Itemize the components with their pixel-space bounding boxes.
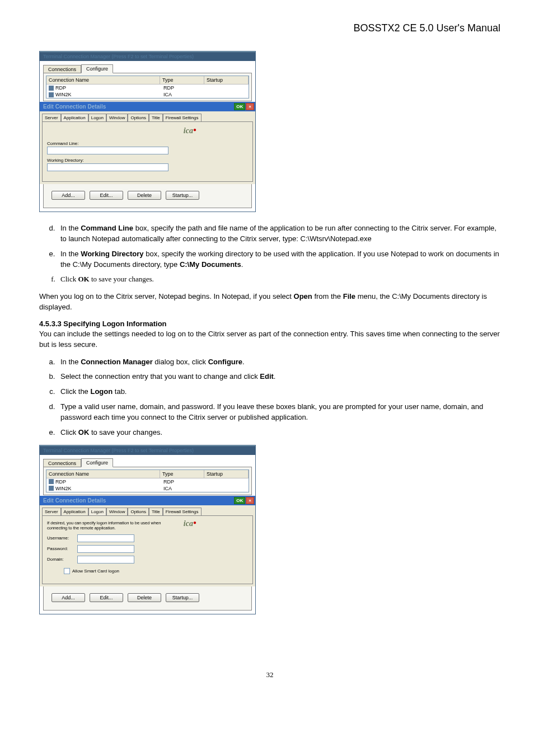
connection-list[interactable]: Connection Name Type Startup RDP RDP WIN… <box>46 469 249 492</box>
paragraph-notepad: When you log on to the Citrix server, No… <box>39 292 500 313</box>
password-input[interactable] <box>77 545 134 553</box>
table-row[interactable]: WIN2K ICA <box>46 91 249 98</box>
command-line-input[interactable] <box>47 147 168 154</box>
col-startup: Startup <box>204 470 249 478</box>
subtab-application[interactable]: Application <box>61 114 88 121</box>
logon-intro: If desired, you can specify logon inform… <box>47 520 167 530</box>
label-password: Password: <box>47 546 74 551</box>
col-name: Connection Name <box>46 470 160 478</box>
row-type: RDP <box>161 478 205 485</box>
add-button[interactable]: Add... <box>51 593 85 602</box>
add-button[interactable]: Add... <box>51 191 85 200</box>
col-type: Type <box>160 470 204 478</box>
subtab-title[interactable]: Title <box>149 114 163 121</box>
dlg-title: Edit Connection Details <box>43 497 106 504</box>
subtab-logon[interactable]: Logon <box>88 114 106 121</box>
screenshot-1: Terminal Connection Manager (Press F2 to… <box>39 51 256 212</box>
step-b2: Select the connection entry that you wan… <box>57 372 500 382</box>
edit-button[interactable]: Edit... <box>90 191 123 200</box>
close-icon[interactable]: × <box>246 497 254 504</box>
subtab-logon[interactable]: Logon <box>88 508 106 515</box>
conn-icon <box>49 479 54 484</box>
subtab-window[interactable]: Window <box>106 114 128 121</box>
row-type: RDP <box>161 84 205 91</box>
close-icon[interactable]: × <box>246 103 254 110</box>
tcm-title: Terminal Connection Manager (Press F2 to… <box>40 445 255 455</box>
subtab-server[interactable]: Server <box>42 508 61 515</box>
row-name: RDP <box>55 479 66 485</box>
smartcard-checkbox[interactable] <box>64 568 70 574</box>
label-command-line: Command Line: <box>47 141 248 146</box>
row-name: WIN2K <box>55 92 72 97</box>
row-type: ICA <box>161 91 205 98</box>
label-working-dir: Working Directory: <box>47 158 248 163</box>
tab-connections[interactable]: Connections <box>43 459 81 467</box>
connection-list[interactable]: Connection Name Type Startup RDP RDP WIN… <box>46 76 249 98</box>
tcm-title: Terminal Connection Manager (Press F2 to… <box>40 51 255 61</box>
edit-button[interactable]: Edit... <box>90 593 123 602</box>
subtab-title[interactable]: Title <box>149 508 163 515</box>
row-name: WIN2K <box>55 486 72 491</box>
label-domain: Domain: <box>47 557 74 562</box>
col-startup: Startup <box>204 76 249 84</box>
domain-input[interactable] <box>77 556 134 564</box>
dlg-title: Edit Connection Details <box>43 104 106 110</box>
section-intro: You can include the settings needed to l… <box>39 329 500 350</box>
tab-configure[interactable]: Configure <box>81 458 113 467</box>
conn-icon <box>49 86 54 91</box>
step-e2: Click OK to save your changes. <box>57 428 500 438</box>
section-title: 4.5.3.3 Specifying Logon Information <box>39 320 500 328</box>
delete-button[interactable]: Delete <box>128 593 161 602</box>
working-dir-input[interactable] <box>47 163 168 171</box>
tab-configure[interactable]: Configure <box>81 64 113 73</box>
step-c2: Click the Logon tab. <box>57 387 500 397</box>
col-name: Connection Name <box>46 76 160 84</box>
step-a2: In the Connection Manager dialog box, cl… <box>57 357 500 368</box>
smartcard-label: Allow Smart Card logon <box>72 569 119 574</box>
ica-logo-icon: ica● <box>184 126 196 135</box>
subtab-server[interactable]: Server <box>42 114 61 121</box>
conn-icon <box>49 92 54 97</box>
subtab-application[interactable]: Application <box>61 508 88 515</box>
step-f: Click OK to save your changes. <box>57 274 500 285</box>
subtab-firewall[interactable]: Firewall Settings <box>163 114 202 121</box>
subtab-options[interactable]: Options <box>128 508 149 515</box>
ok-button[interactable]: OK <box>234 103 245 110</box>
conn-icon <box>49 486 54 491</box>
row-name: RDP <box>55 85 66 91</box>
step-e: In the Working Directory box, specify th… <box>57 249 500 270</box>
table-row[interactable]: WIN2K ICA <box>46 485 249 492</box>
step-d2: Type a valid user name, domain, and pass… <box>57 402 500 423</box>
tab-connections[interactable]: Connections <box>43 65 81 73</box>
page-number: 32 <box>39 670 500 679</box>
step-d: In the Command Line box, specify the pat… <box>57 223 500 245</box>
table-row[interactable]: RDP RDP <box>46 84 249 91</box>
col-type: Type <box>160 76 204 84</box>
username-input[interactable] <box>77 534 134 542</box>
subtab-firewall[interactable]: Firewall Settings <box>163 508 202 515</box>
screenshot-2: Terminal Connection Manager (Press F2 to… <box>39 445 256 614</box>
delete-button[interactable]: Delete <box>128 191 161 200</box>
ok-button[interactable]: OK <box>234 497 245 504</box>
table-row[interactable]: RDP RDP <box>46 478 249 485</box>
page-header: BOSSTX2 CE 5.0 User's Manual <box>39 22 500 34</box>
row-type: ICA <box>161 485 205 492</box>
ica-logo-icon: ica● <box>184 519 196 528</box>
startup-button[interactable]: Startup... <box>166 593 199 602</box>
subtab-options[interactable]: Options <box>128 114 149 121</box>
startup-button[interactable]: Startup... <box>166 191 199 200</box>
subtab-window[interactable]: Window <box>106 508 128 515</box>
label-username: Username: <box>47 536 74 541</box>
